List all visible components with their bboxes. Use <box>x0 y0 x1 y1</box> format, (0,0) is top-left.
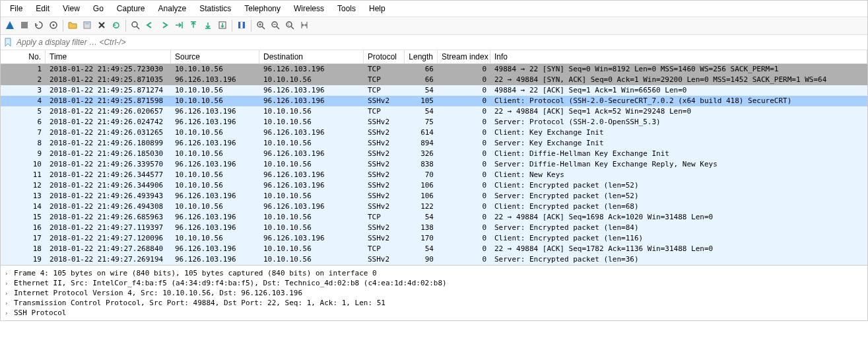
details-tree-item[interactable]: ›Ethernet II, Src: IntelCor_f4:ba:f5 (a4… <box>5 278 863 288</box>
prev-button[interactable] <box>143 19 156 32</box>
go-first-button[interactable] <box>187 19 200 32</box>
find-button[interactable] <box>129 19 142 32</box>
menu-statistics[interactable]: Statistics <box>193 2 238 15</box>
col-header-length[interactable]: Length <box>405 50 438 63</box>
packet-row[interactable]: 92018-01-22 21:49:26.18503010.10.10.5696… <box>1 149 867 159</box>
shark-fin-button[interactable] <box>3 19 17 32</box>
cell-src: 10.10.10.56 <box>171 170 259 180</box>
details-tree-item[interactable]: ›Internet Protocol Version 4, Src: 10.10… <box>5 288 863 298</box>
cell-src: 10.10.10.56 <box>171 127 259 138</box>
go-last-button[interactable] <box>201 19 215 32</box>
packet-row[interactable]: 82018-01-22 21:49:26.18089996.126.103.19… <box>1 138 867 149</box>
svg-line-6 <box>137 26 139 29</box>
packet-row[interactable]: 192018-01-22 21:49:27.26919496.126.103.1… <box>1 254 867 265</box>
display-filter-input[interactable] <box>15 36 865 48</box>
cell-len: 106 <box>405 191 438 201</box>
restart-button[interactable] <box>32 19 46 32</box>
menu-analyze[interactable]: Analyze <box>152 2 193 15</box>
col-header-source[interactable]: Source <box>171 50 259 63</box>
cell-no: 12 <box>1 180 46 191</box>
packet-row[interactable]: 162018-01-22 21:49:27.11939796.126.103.1… <box>1 223 867 233</box>
cell-len: 70 <box>405 170 438 180</box>
col-header-no[interactable]: No. <box>1 50 46 63</box>
details-tree-item[interactable]: ›Frame 4: 105 bytes on wire (840 bits), … <box>5 268 863 278</box>
zoom-out-icon <box>270 20 281 32</box>
save-button[interactable] <box>81 19 94 32</box>
packet-row[interactable]: 42018-01-22 21:49:25.87159810.10.10.5696… <box>1 96 867 106</box>
packet-row[interactable]: 12018-01-22 21:49:25.72303010.10.10.5696… <box>1 64 867 75</box>
auto-scroll-button[interactable] <box>216 19 229 32</box>
packet-list-header[interactable]: No. Time Source Destination Protocol Len… <box>1 50 867 64</box>
cell-proto: TCP <box>364 244 405 254</box>
cell-proto: TCP <box>364 64 405 75</box>
packet-row[interactable]: 52018-01-22 21:49:26.02065796.126.103.19… <box>1 106 867 117</box>
options-button[interactable] <box>47 19 60 32</box>
reload-button[interactable] <box>110 19 123 32</box>
svg-rect-12 <box>241 22 243 28</box>
details-tree-item[interactable]: ›SSH Protocol <box>5 308 863 318</box>
bookmark-icon[interactable] <box>3 38 13 47</box>
cell-src: 10.10.10.56 <box>171 96 259 106</box>
cell-dst: 10.10.10.56 <box>259 159 364 170</box>
stop-button[interactable] <box>18 19 31 32</box>
cell-no: 16 <box>1 223 46 233</box>
packet-row[interactable]: 102018-01-22 21:49:26.33957096.126.103.1… <box>1 159 867 170</box>
menu-wireless[interactable]: Wireless <box>287 2 331 15</box>
col-header-stream[interactable]: Stream index <box>438 50 490 63</box>
packet-row[interactable]: 132018-01-22 21:49:26.49394396.126.103.1… <box>1 191 867 201</box>
packet-row[interactable]: 122018-01-22 21:49:26.34490610.10.10.569… <box>1 180 867 191</box>
zoom-fit-button[interactable]: 1:1 <box>283 19 296 32</box>
menu-go[interactable]: Go <box>86 2 110 15</box>
packet-row[interactable]: 72018-01-22 21:49:26.03126510.10.10.5696… <box>1 127 867 138</box>
cell-src: 96.126.103.196 <box>171 138 259 149</box>
goto-button[interactable] <box>172 19 185 32</box>
packet-row[interactable]: 62018-01-22 21:49:26.02474296.126.103.19… <box>1 117 867 127</box>
cell-info: Server: Key Exchange Init <box>490 138 867 149</box>
menu-file[interactable]: File <box>3 2 29 15</box>
packet-row[interactable]: 32018-01-22 21:49:25.87127410.10.10.5696… <box>1 85 867 96</box>
svg-rect-11 <box>238 22 240 28</box>
cell-time: 2018-01-22 21:49:27.119397 <box>46 223 171 233</box>
tree-expand-icon[interactable]: › <box>5 280 11 287</box>
cell-src: 10.10.10.56 <box>171 233 259 244</box>
packet-row[interactable]: 22018-01-22 21:49:25.87103596.126.103.19… <box>1 75 867 85</box>
close-icon <box>96 20 107 32</box>
packet-row[interactable]: 182018-01-22 21:49:27.26884096.126.103.1… <box>1 244 867 254</box>
menu-tools[interactable]: Tools <box>331 2 362 15</box>
tree-expand-icon[interactable]: › <box>5 270 11 277</box>
cell-no: 18 <box>1 244 46 254</box>
svg-point-5 <box>132 22 137 27</box>
packet-row[interactable]: 112018-01-22 21:49:26.34457710.10.10.569… <box>1 170 867 180</box>
packet-row[interactable]: 172018-01-22 21:49:27.12009610.10.10.569… <box>1 233 867 244</box>
close-button[interactable] <box>95 19 108 32</box>
toolbar-separator <box>63 20 63 32</box>
next-button[interactable] <box>158 19 171 32</box>
cell-stream: 0 <box>438 191 490 201</box>
tree-expand-icon[interactable]: › <box>5 310 11 316</box>
display-filter-bar <box>1 35 867 50</box>
zoom-out-button[interactable] <box>269 19 282 32</box>
details-tree-item[interactable]: ›Transmission Control Protocol, Src Port… <box>5 298 863 308</box>
open-button[interactable] <box>66 19 79 32</box>
menu-capture[interactable]: Capture <box>110 2 152 15</box>
menu-telephony[interactable]: Telephony <box>238 2 287 15</box>
cell-no: 13 <box>1 191 46 201</box>
col-header-info[interactable]: Info <box>490 50 867 63</box>
col-header-dest[interactable]: Destination <box>259 50 364 63</box>
col-header-proto[interactable]: Protocol <box>364 50 405 63</box>
cell-time: 2018-01-22 21:49:25.871035 <box>46 75 171 85</box>
colorize-button[interactable] <box>235 19 248 32</box>
menu-view[interactable]: View <box>56 2 86 15</box>
stop-icon <box>19 20 30 32</box>
menu-help[interactable]: Help <box>362 2 392 15</box>
tree-expand-icon[interactable]: › <box>5 290 11 297</box>
menu-edit[interactable]: Edit <box>29 2 56 15</box>
zoom-in-button[interactable] <box>254 19 267 32</box>
prev-icon <box>145 20 155 32</box>
resize-cols-button[interactable] <box>298 19 311 32</box>
tree-expand-icon[interactable]: › <box>5 300 11 307</box>
packet-row[interactable]: 152018-01-22 21:49:26.68596396.126.103.1… <box>1 212 867 223</box>
packet-row[interactable]: 142018-01-22 21:49:26.49430810.10.10.569… <box>1 201 867 212</box>
svg-line-15 <box>262 26 265 29</box>
col-header-time[interactable]: Time <box>46 50 171 63</box>
